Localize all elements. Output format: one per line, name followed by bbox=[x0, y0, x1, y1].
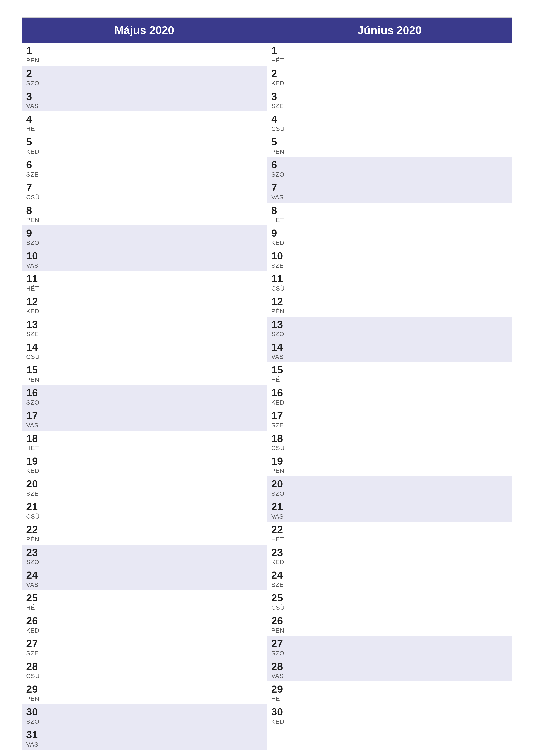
day-name: CSÜ bbox=[26, 513, 263, 520]
day-number: 5 bbox=[271, 136, 508, 148]
day-name: HÉT bbox=[271, 376, 508, 383]
day-row: 1PÉN bbox=[22, 43, 267, 66]
day-number: 19 bbox=[26, 456, 263, 467]
day-row: 6SZO bbox=[267, 157, 512, 180]
day-name: VAS bbox=[26, 581, 263, 588]
day-name: HÉT bbox=[26, 125, 263, 132]
day-number: 13 bbox=[26, 319, 263, 330]
day-name: SZO bbox=[26, 239, 263, 246]
day-row: 3VAS bbox=[22, 89, 267, 112]
day-row: 29HÉT bbox=[267, 682, 512, 704]
day-row: 11CSÜ bbox=[267, 271, 512, 294]
day-name: KED bbox=[26, 468, 263, 474]
day-row: 25CSÜ bbox=[267, 590, 512, 613]
day-name: HÉT bbox=[26, 285, 263, 292]
day-row: 3SZE bbox=[267, 89, 512, 112]
day-number: 8 bbox=[271, 205, 508, 216]
day-number: 17 bbox=[26, 410, 263, 421]
day-number: 15 bbox=[271, 364, 508, 376]
day-number: 29 bbox=[26, 684, 263, 695]
day-name: SZO bbox=[26, 80, 263, 87]
day-number: 24 bbox=[26, 570, 263, 581]
day-row: 5KED bbox=[22, 134, 267, 157]
day-row: 5PÉN bbox=[267, 134, 512, 157]
day-number: 8 bbox=[26, 205, 263, 216]
day-number: 1 bbox=[271, 45, 508, 57]
day-row: 9SZO bbox=[22, 226, 267, 248]
day-row: 17VAS bbox=[22, 408, 267, 431]
days-column-1: 1HÉT2KED3SZE4CSÜ5PÉN6SZO7VAS8HÉT9KED10SZ… bbox=[267, 43, 512, 750]
day-row: 25HÉT bbox=[22, 590, 267, 613]
day-number: 17 bbox=[271, 410, 508, 421]
day-row: 22HÉT bbox=[267, 522, 512, 545]
day-number: 11 bbox=[271, 273, 508, 285]
day-number: 28 bbox=[271, 661, 508, 672]
day-name: KED bbox=[26, 627, 263, 634]
day-number: 4 bbox=[271, 114, 508, 125]
day-name: CSÜ bbox=[271, 125, 508, 132]
days-column-0: 1PÉN2SZO3VAS4HÉT5KED6SZE7CSÜ8PÉN9SZO10VA… bbox=[22, 43, 267, 750]
day-row: 12PÉN bbox=[267, 294, 512, 317]
day-name: PÉN bbox=[26, 57, 263, 64]
day-name: PÉN bbox=[26, 536, 263, 543]
day-row: 10VAS bbox=[22, 248, 267, 271]
day-row: 16KED bbox=[267, 385, 512, 408]
day-name: CSÜ bbox=[26, 194, 263, 201]
day-row: 28VAS bbox=[267, 659, 512, 682]
day-name: HÉT bbox=[271, 217, 508, 224]
day-row: 7VAS bbox=[267, 180, 512, 203]
day-number: 21 bbox=[26, 501, 263, 513]
footer: 7 CALENDAR bbox=[21, 750, 513, 756]
day-row bbox=[267, 727, 512, 746]
day-number: 25 bbox=[26, 592, 263, 604]
day-name: PÉN bbox=[271, 308, 508, 315]
day-name: CSÜ bbox=[271, 445, 508, 451]
day-name: SZE bbox=[271, 581, 508, 588]
day-row: 27SZE bbox=[22, 636, 267, 659]
day-row: 16SZO bbox=[22, 385, 267, 408]
day-row: 9KED bbox=[267, 226, 512, 248]
day-row: 14CSÜ bbox=[22, 339, 267, 362]
day-name: VAS bbox=[271, 194, 508, 201]
calendar-grid: Május 2020Június 20201PÉN2SZO3VAS4HÉT5KE… bbox=[21, 17, 513, 750]
day-row: 1HÉT bbox=[267, 43, 512, 66]
day-number: 19 bbox=[271, 456, 508, 467]
day-name: CSÜ bbox=[271, 604, 508, 611]
day-name: VAS bbox=[26, 103, 263, 109]
day-number: 13 bbox=[271, 319, 508, 330]
day-name: PÉN bbox=[271, 468, 508, 474]
day-number: 15 bbox=[26, 364, 263, 376]
day-number: 9 bbox=[26, 228, 263, 239]
day-number: 6 bbox=[26, 159, 263, 171]
day-name: VAS bbox=[271, 673, 508, 680]
day-number: 26 bbox=[271, 615, 508, 627]
day-row: 30SZO bbox=[22, 704, 267, 727]
day-name: VAS bbox=[26, 741, 263, 748]
day-row: 8HÉT bbox=[267, 203, 512, 226]
day-row: 31VAS bbox=[22, 727, 267, 750]
day-row: 21CSÜ bbox=[22, 499, 267, 522]
day-row: 19KED bbox=[22, 453, 267, 476]
day-name: HÉT bbox=[26, 445, 263, 451]
day-row: 18CSÜ bbox=[267, 431, 512, 454]
day-number: 20 bbox=[271, 478, 508, 490]
day-name: KED bbox=[26, 308, 263, 315]
day-row: 27SZO bbox=[267, 636, 512, 659]
day-name: VAS bbox=[271, 353, 508, 360]
day-number: 12 bbox=[26, 296, 263, 308]
day-name: SZO bbox=[271, 171, 508, 178]
day-row: 10SZE bbox=[267, 248, 512, 271]
day-number: 23 bbox=[271, 547, 508, 558]
day-row: 12KED bbox=[22, 294, 267, 317]
day-number: 14 bbox=[271, 341, 508, 353]
day-row: 2SZO bbox=[22, 66, 267, 89]
day-row: 28CSÜ bbox=[22, 659, 267, 682]
day-name: PÉN bbox=[26, 217, 263, 224]
day-row: 13SZO bbox=[267, 317, 512, 339]
day-name: KED bbox=[26, 148, 263, 155]
day-number: 10 bbox=[271, 251, 508, 262]
day-name: SZO bbox=[26, 718, 263, 725]
day-number: 3 bbox=[271, 91, 508, 102]
day-row: 13SZE bbox=[22, 317, 267, 339]
day-name: SZE bbox=[26, 171, 263, 178]
